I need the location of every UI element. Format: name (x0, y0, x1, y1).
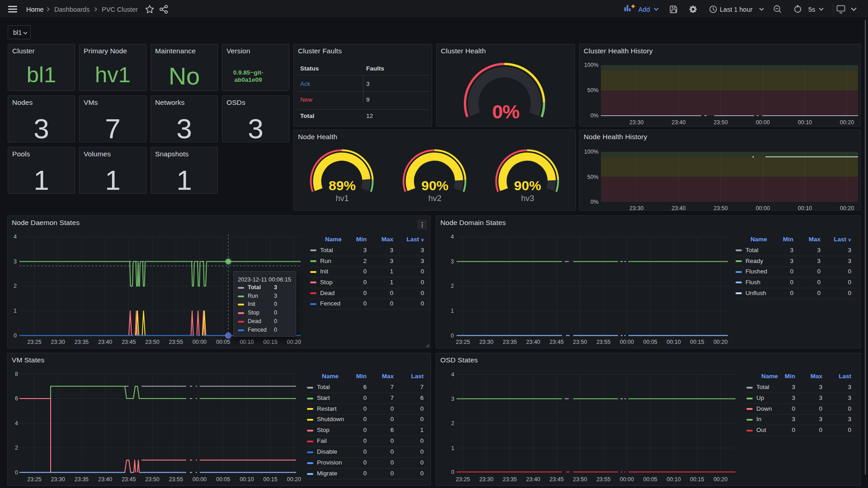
svg-text:PVC Cluster: PVC Cluster (102, 6, 138, 13)
svg-text:Last 1 hour: Last 1 hour (720, 6, 753, 13)
svg-text:5s: 5s (808, 6, 815, 13)
svg-text:Home: Home (26, 6, 44, 13)
svg-text:Dashboards: Dashboards (54, 6, 90, 13)
svg-text:Add: Add (638, 6, 650, 13)
